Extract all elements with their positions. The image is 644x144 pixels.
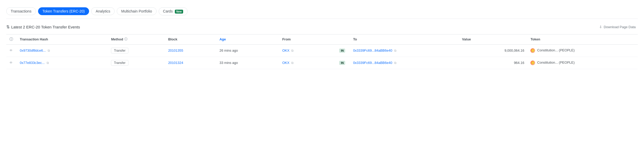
table-header-row: ⓘ Transaction Hash Method ⓘ Block Age (6, 34, 638, 44)
row-method: Transfer (108, 44, 165, 57)
table-body: 👁 0x9730df8dce6... ⧉ Transfer 20101355 2… (6, 44, 638, 69)
eye-icon[interactable]: 👁 (9, 61, 13, 65)
to-link[interactable]: 0x3339Fc69...84aBB6e40 (353, 61, 392, 65)
copy-txhash-icon[interactable]: ⧉ (47, 61, 49, 65)
token-icon: 🪙 (530, 61, 535, 65)
sort-icon: ⇅ (6, 25, 10, 29)
tab-transactions[interactable]: Transactions (6, 7, 36, 15)
direction-badge: IN (339, 61, 345, 65)
copy-from-icon[interactable]: ⧉ (291, 61, 294, 65)
row-value: 964.16 (459, 57, 528, 69)
row-direction: IN (336, 44, 350, 57)
row-method: Transfer (108, 57, 165, 69)
table-row: 👁 0x9730df8dce6... ⧉ Transfer 20101355 2… (6, 44, 638, 57)
tab-analytics[interactable]: Analytics (91, 7, 115, 15)
data-table: ⓘ Transaction Hash Method ⓘ Block Age (6, 34, 638, 69)
th-age: Age (216, 34, 279, 44)
table-row: 👁 0x77e833c3ec... ⧉ Transfer 20101324 33… (6, 57, 638, 69)
th-direction (336, 34, 350, 44)
method-badge: Transfer (111, 60, 128, 66)
row-age: 33 mins ago (216, 57, 279, 69)
tab-cards[interactable]: Cards New (159, 7, 188, 15)
tab-bar: Transactions Token Transfers (ERC-20) An… (6, 4, 638, 19)
from-link[interactable]: OKX (282, 61, 289, 65)
method-badge: Transfer (111, 48, 128, 53)
page-wrapper: Transactions Token Transfers (ERC-20) An… (0, 0, 644, 73)
copy-from-icon[interactable]: ⧉ (291, 49, 294, 52)
row-to: 0x3339Fc69...84aBB6e40 ⧉ (350, 44, 459, 57)
token-name: Constitution... (PEOPLE) (537, 61, 575, 64)
row-to: 0x3339Fc69...84aBB6e40 ⧉ (350, 57, 459, 69)
row-txhash: 0x9730df8dce6... ⧉ (17, 44, 108, 57)
settings-icon[interactable]: ⓘ (9, 37, 13, 42)
block-link[interactable]: 20101324 (168, 61, 183, 65)
new-badge: New (175, 10, 183, 14)
th-icon: ⓘ (6, 34, 17, 44)
th-txhash: Transaction Hash (17, 34, 108, 44)
th-value: Value (459, 34, 528, 44)
th-token: Token (527, 34, 638, 44)
direction-badge: IN (339, 49, 345, 53)
row-value: 9,000,064.16 (459, 44, 528, 57)
row-eye-cell: 👁 (6, 57, 17, 69)
row-txhash: 0x77e833c3ec... ⧉ (17, 57, 108, 69)
th-block: Block (165, 34, 216, 44)
th-to: To (350, 34, 459, 44)
from-link[interactable]: OKX (282, 49, 289, 52)
row-age: 26 mins ago (216, 44, 279, 57)
row-token: 🪙 Constitution... (PEOPLE) (527, 44, 638, 57)
to-link[interactable]: 0x3339Fc69...84aBB6e40 (353, 49, 392, 52)
copy-to-icon[interactable]: ⧉ (394, 49, 397, 52)
row-from: OKX ⧉ (279, 57, 336, 69)
section-title: ⇅ Latest 2 ERC-20 Token Transfer Events (6, 25, 80, 29)
th-from: From (279, 34, 336, 44)
method-info-icon[interactable]: ⓘ (124, 37, 127, 41)
txhash-link[interactable]: 0x77e833c3ec... (20, 61, 45, 65)
row-block: 20101355 (165, 44, 216, 57)
tab-token-transfers[interactable]: Token Transfers (ERC-20) (38, 7, 89, 15)
copy-txhash-icon[interactable]: ⧉ (48, 49, 50, 52)
row-direction: IN (336, 57, 350, 69)
row-token: 🪙 Constitution... (PEOPLE) (527, 57, 638, 69)
txhash-link[interactable]: 0x9730df8dce6... (20, 49, 46, 52)
block-link[interactable]: 20101355 (168, 49, 183, 52)
token-icon: 🪙 (530, 48, 535, 53)
row-block: 20101324 (165, 57, 216, 69)
section-header: ⇅ Latest 2 ERC-20 Token Transfer Events … (6, 24, 638, 30)
tab-multichain[interactable]: Multichain Portfolio (117, 7, 156, 15)
row-eye-cell: 👁 (6, 44, 17, 57)
token-name: Constitution... (PEOPLE) (537, 48, 575, 52)
row-from: OKX ⧉ (279, 44, 336, 57)
download-icon: ⇩ (599, 25, 602, 29)
copy-to-icon[interactable]: ⧉ (394, 61, 397, 65)
download-button[interactable]: ⇩ Download Page Data (597, 24, 638, 30)
eye-icon[interactable]: 👁 (9, 49, 13, 52)
th-method: Method ⓘ (108, 34, 165, 44)
